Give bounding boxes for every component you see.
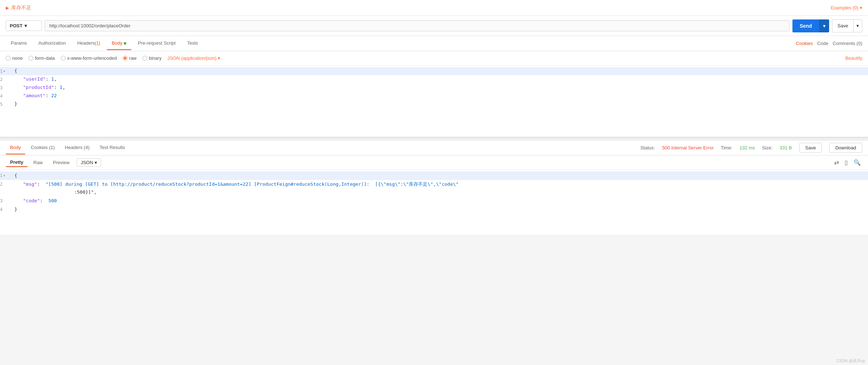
status-label: Status: xyxy=(640,145,655,150)
send-button-group: Send ▾ xyxy=(792,19,829,32)
radio-none xyxy=(6,56,10,60)
size-label: Size: xyxy=(762,145,773,150)
radio-raw xyxy=(123,56,127,60)
comments-link[interactable]: Comments (0) xyxy=(833,41,862,46)
examples-link[interactable]: Examples (0) ▾ xyxy=(831,5,862,10)
option-urlencoded[interactable]: x-www-form-urlencoded xyxy=(61,55,117,61)
format-preview-button[interactable]: Preview xyxy=(49,158,74,167)
save-button[interactable]: Save xyxy=(832,19,854,32)
send-dropdown-button[interactable]: ▾ xyxy=(819,19,829,32)
option-raw[interactable]: raw xyxy=(123,55,137,61)
watermark: CSDN @辰月up xyxy=(836,358,865,364)
status-bar: Status: 500 Internal Server Error Time: … xyxy=(640,143,862,153)
save-response-button[interactable]: Save xyxy=(799,143,822,153)
radio-urlencoded xyxy=(61,56,65,60)
tab-params[interactable]: Params xyxy=(6,37,32,50)
resp-code-line: 1▾{ xyxy=(0,171,868,180)
wrap-icon[interactable]: ⇄ xyxy=(833,158,840,167)
code-line: 5} xyxy=(0,100,868,108)
resp-tab-headers[interactable]: Headers (4) xyxy=(60,141,94,154)
option-form-data[interactable]: form-data xyxy=(28,55,55,61)
url-input[interactable] xyxy=(45,20,790,31)
beautify-button[interactable]: Beautify xyxy=(845,55,862,61)
response-format-bar: Pretty Raw Preview JSON ▾ ⇄ ▯ 🔍 xyxy=(0,156,868,170)
resp-code-line: 4} xyxy=(0,205,868,214)
resp-tab-test-results[interactable]: Test Results xyxy=(95,141,130,154)
download-button[interactable]: Download xyxy=(829,143,862,153)
tab-tests[interactable]: Tests xyxy=(182,37,203,50)
size-value: 331 B xyxy=(780,145,792,150)
option-binary[interactable]: binary xyxy=(143,55,162,61)
save-button-group: Save ▾ xyxy=(832,19,862,32)
code-link[interactable]: Code xyxy=(817,41,828,46)
time-value: 132 ms xyxy=(740,145,755,150)
resp-code-line: 2"msg": "[500] during [GET] to [http://p… xyxy=(0,180,868,197)
format-pretty-button[interactable]: Pretty xyxy=(6,158,28,167)
request-code-editor[interactable]: 1▾{2"userId": 1,3"productId": 1,4"amount… xyxy=(0,66,868,138)
method-select[interactable]: POST ▾ xyxy=(6,21,42,31)
response-tabs-bar: Body Cookies (1) Headers (4) Test Result… xyxy=(0,140,868,156)
code-line: 4"amount": 22 xyxy=(0,92,868,100)
save-dropdown-button[interactable]: ▾ xyxy=(854,19,862,32)
send-button[interactable]: Send xyxy=(792,19,819,32)
section-divider xyxy=(0,138,868,140)
tab-prerequest[interactable]: Pre-request Script xyxy=(133,37,181,50)
resp-tab-body[interactable]: Body xyxy=(6,141,25,154)
radio-binary xyxy=(143,56,147,60)
tab-headers[interactable]: Headers(1) xyxy=(72,37,105,50)
body-active-dot xyxy=(124,42,126,45)
code-line: 1▾{ xyxy=(0,67,868,75)
breadcrumb: ▶ 库存不足 xyxy=(6,5,31,11)
top-bar: ▶ 库存不足 Examples (0) ▾ xyxy=(0,0,868,16)
method-label: POST xyxy=(10,23,22,28)
url-bar: POST ▾ Send ▾ Save ▾ xyxy=(0,16,868,36)
resp-code-line: 3"code": 500 xyxy=(0,197,868,205)
tab-body[interactable]: Body xyxy=(107,37,132,50)
response-code-editor[interactable]: 1▾{2"msg": "[500] during [GET] to [http:… xyxy=(0,170,868,235)
json-type-select[interactable]: JSON (application/json) ▾ xyxy=(167,55,221,61)
format-icons: ⇄ ▯ 🔍 xyxy=(833,158,862,167)
code-line: 3"productId": 1, xyxy=(0,84,868,92)
cookies-link[interactable]: Cookies xyxy=(796,41,813,46)
breadcrumb-label: 库存不足 xyxy=(11,5,31,11)
radio-form-data xyxy=(28,56,33,60)
time-label: Time: xyxy=(721,145,732,150)
option-none[interactable]: none xyxy=(6,55,23,61)
status-value: 500 Internal Server Error xyxy=(662,145,714,150)
breadcrumb-arrow[interactable]: ▶ xyxy=(6,5,9,10)
right-tabs: Cookies Code Comments (0) xyxy=(796,41,862,46)
radio-raw-dot xyxy=(124,57,126,59)
response-json-select[interactable]: JSON ▾ xyxy=(77,158,101,167)
resp-tab-cookies[interactable]: Cookies (1) xyxy=(27,141,59,154)
code-line: 2"userId": 1, xyxy=(0,75,868,84)
search-icon[interactable]: 🔍 xyxy=(852,158,862,167)
format-raw-button[interactable]: Raw xyxy=(29,158,47,167)
tab-authorization[interactable]: Authorization xyxy=(33,37,71,50)
request-tabs: Params Authorization Headers(1) Body Pre… xyxy=(0,36,868,51)
copy-icon[interactable]: ▯ xyxy=(843,158,849,167)
body-options: none form-data x-www-form-urlencoded raw… xyxy=(0,51,868,66)
method-arrow: ▾ xyxy=(24,23,27,28)
